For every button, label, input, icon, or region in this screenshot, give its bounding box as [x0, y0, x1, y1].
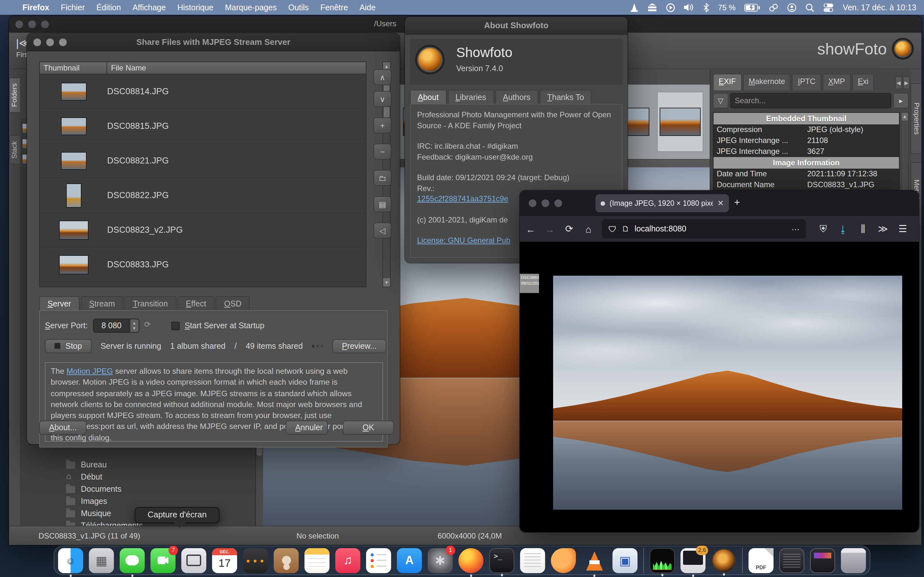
metadata-tab-exi[interactable]: Exi — [852, 74, 874, 90]
preview-button[interactable]: Preview... — [333, 339, 386, 353]
tab-scroll-right-icon[interactable]: ▶ — [903, 76, 910, 89]
metadata-tab-makernote[interactable]: Makernote — [743, 74, 790, 90]
about-tab-libraries[interactable]: Libraries — [447, 90, 494, 105]
dock-icon-settings[interactable]: ✱1 — [428, 548, 453, 573]
reset-port-icon[interactable]: ⟳ — [144, 320, 154, 332]
dock-icon-virtualbox[interactable]: ▣ — [612, 548, 638, 573]
remove-item-button[interactable]: − — [373, 143, 391, 160]
menu-item-historique[interactable]: Historique — [172, 3, 220, 12]
menu-item-affichage[interactable]: Affichage — [127, 3, 172, 12]
home-icon[interactable]: ⌂ — [583, 223, 594, 234]
window-controls[interactable] — [33, 38, 67, 46]
bluetooth-icon[interactable] — [703, 3, 709, 12]
about-tab-authors[interactable]: Authors — [495, 90, 538, 105]
dock-icon-digikam[interactable] — [711, 548, 736, 573]
page-info-icon[interactable]: 🗋 — [622, 224, 630, 234]
dialog-tab-stream[interactable]: Stream — [81, 296, 124, 311]
stack-status-icon[interactable] — [648, 3, 657, 11]
license-link[interactable]: License: GNU General Pub — [417, 236, 510, 245]
new-tab-button[interactable]: + — [734, 197, 740, 208]
sidebar-tab-stack[interactable]: Stack — [9, 135, 20, 164]
control-center-icon[interactable] — [824, 3, 834, 12]
server-port-spinbox[interactable]: 8 080 ▲▼ — [93, 319, 139, 333]
metadata-row[interactable]: CompressionJPEG (old-style) — [714, 124, 899, 135]
folder-item-bureau[interactable]: Bureau — [66, 459, 107, 471]
user-status-icon[interactable] — [788, 3, 796, 12]
menu-item-fichier[interactable]: Fichier — [55, 3, 90, 12]
menu-item-aide[interactable]: Aide — [354, 3, 381, 12]
about-titlebar[interactable]: About Showfoto — [405, 17, 628, 35]
menu-item-marque-pages[interactable]: Marque-pages — [219, 3, 282, 12]
sidebar-tab-folders[interactable]: Folders — [9, 77, 20, 113]
table-row[interactable]: DSC08815.JPG — [40, 109, 366, 143]
menu-item-fenêtre[interactable]: Fenêtre — [314, 3, 354, 12]
table-row[interactable]: DSC08814.JPG — [40, 74, 366, 109]
dialog-tab-effect[interactable]: Effect — [178, 296, 215, 311]
window-controls[interactable] — [529, 199, 562, 207]
dock-icon-trash[interactable] — [841, 548, 866, 573]
shield-icon[interactable]: 🛡 — [608, 224, 617, 234]
dock-icon-calculator[interactable]: ● ● ● — [243, 548, 268, 573]
folder-item-images[interactable]: Images — [66, 496, 107, 507]
dialog-tab-osd[interactable]: OSD — [216, 296, 250, 311]
folder-item-musique[interactable]: Musique — [66, 508, 111, 519]
about-tab-about[interactable]: About — [410, 90, 446, 105]
thumbbar-item-selected[interactable] — [657, 92, 703, 152]
overflow-icon[interactable]: ≫ — [877, 223, 889, 235]
library-icon[interactable]: ⫼ — [857, 223, 869, 235]
spotlight-search-icon[interactable] — [806, 3, 814, 12]
about-tab-thanks-to[interactable]: Thanks To — [540, 90, 591, 105]
move-down-button[interactable]: ∨ — [373, 91, 391, 107]
back-icon[interactable]: ← — [525, 223, 536, 234]
clear-list-button[interactable]: ◁ — [373, 222, 391, 239]
menu-item-édition[interactable]: Édition — [90, 3, 126, 12]
column-filename[interactable]: File Name — [107, 62, 366, 74]
tab-close-icon[interactable]: ✕ — [717, 199, 724, 208]
shared-files-table[interactable]: Thumbnail File Name DSC08814.JPGDSC08815… — [39, 61, 367, 287]
save-list-button[interactable]: ▤ — [373, 196, 391, 212]
close-button[interactable] — [529, 199, 536, 207]
url-bar[interactable]: 🛡 🗋 localhost:8080 ⋯ — [602, 219, 806, 239]
page-actions-icon[interactable]: ⋯ — [792, 224, 800, 234]
firefox-tabbar[interactable]: (Image JPEG, 1920 × 1080 pixel ✕ + — [520, 190, 919, 216]
menubar-clock[interactable]: Ven. 17 déc. à 10:13 — [843, 3, 916, 12]
table-row[interactable]: DSC08822.JPG — [40, 178, 366, 213]
metadata-tab-exif[interactable]: EXIF — [713, 74, 741, 90]
metadata-row[interactable]: Date and Time2021:11:09 17:12:38 — [714, 169, 899, 179]
dock-icon-terminal[interactable]: >_ — [489, 548, 514, 573]
dialog-tab-server[interactable]: Server — [39, 296, 79, 311]
add-item-button[interactable]: + — [373, 117, 391, 133]
minimize-button[interactable] — [541, 199, 549, 207]
bookmark-shield-icon[interactable]: ⛨ — [817, 223, 829, 235]
dock-icon-contacts[interactable] — [274, 548, 299, 573]
dock-icon-clementine[interactable] — [551, 548, 576, 573]
dock-icon-calendar[interactable]: DÉC.17 — [212, 548, 237, 573]
dock-icon-music[interactable]: ♫ — [335, 548, 360, 573]
dock-icon-vlc[interactable] — [582, 548, 607, 573]
scroll-up-icon[interactable]: ▲ — [901, 113, 908, 121]
about-button[interactable]: About... — [39, 421, 87, 435]
folder-item-début[interactable]: Début — [66, 471, 102, 483]
zoom-button[interactable] — [59, 38, 67, 46]
downloads-icon[interactable]: ⭳ — [837, 223, 849, 234]
move-up-button[interactable]: ∧ — [373, 69, 391, 85]
dock-icon-finder[interactable]: ☺ — [58, 548, 83, 573]
column-thumbnail[interactable]: Thumbnail — [40, 62, 107, 74]
metadata-tab-xmp[interactable]: XMP — [822, 74, 851, 90]
spin-arrows-icon[interactable]: ▲▼ — [129, 319, 138, 332]
dock-icon-pdf-preview[interactable]: PDF — [748, 548, 774, 573]
minimize-button[interactable] — [28, 21, 36, 28]
volume-icon[interactable] — [684, 3, 694, 11]
close-button[interactable] — [33, 38, 41, 46]
vlc-status-icon[interactable] — [630, 3, 638, 12]
metadata-search-input[interactable]: Search... — [730, 93, 891, 108]
right-tab-properties[interactable]: Properties — [911, 83, 921, 154]
revision-link[interactable]: 1255c2f288741aa3751c9e — [417, 194, 508, 203]
link-status-icon[interactable] — [769, 3, 779, 12]
menu-item-outils[interactable]: Outils — [282, 3, 314, 12]
zoom-button[interactable] — [41, 21, 49, 28]
url-text[interactable]: localhost:8080 — [635, 224, 686, 234]
dock-icon-activity-monitor[interactable] — [650, 548, 675, 573]
zoom-button[interactable] — [554, 199, 562, 207]
table-row[interactable]: DSC08833.JPG — [40, 247, 366, 282]
